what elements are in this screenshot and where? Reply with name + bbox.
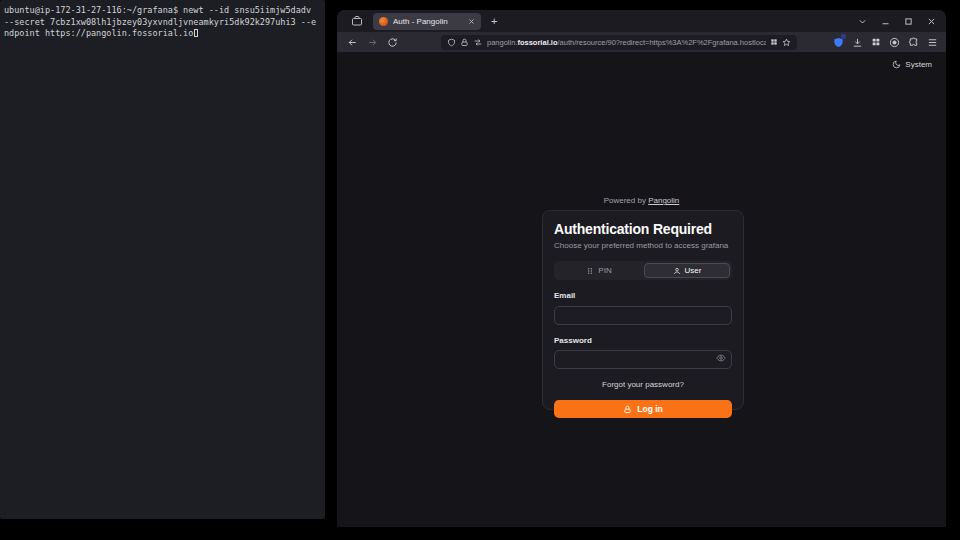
desktop: ubuntu@ip-172-31-27-116:~/grafana$ newt … <box>0 0 960 540</box>
page-content: System Powered by Pangolin Authenticatio… <box>337 52 946 527</box>
pangolin-favicon-icon <box>379 17 388 26</box>
card-title: Authentication Required <box>554 221 732 237</box>
email-field[interactable] <box>554 306 732 325</box>
new-tab-button[interactable]: + <box>491 15 497 27</box>
tab-user[interactable]: User <box>644 263 730 278</box>
window-close-icon[interactable] <box>927 17 936 26</box>
browser-window: Auth - Pangolin + <box>337 10 946 527</box>
user-icon <box>673 267 681 275</box>
maximize-icon[interactable] <box>904 17 913 26</box>
terminal-line: --secret 7cbz1xw08lh1jbzey03yxvndljvneam… <box>4 17 321 29</box>
tab-pin-label: PIN <box>598 266 611 275</box>
password-label: Password <box>554 336 732 345</box>
url-text[interactable]: pangolin.fossorial.io/auth/resource/90?r… <box>487 38 766 47</box>
browser-tab-bar: Auth - Pangolin + <box>337 10 946 32</box>
menu-hamburger-icon[interactable] <box>927 37 938 48</box>
pangolin-link[interactable]: Pangolin <box>648 196 679 205</box>
tab-user-label: User <box>685 266 702 275</box>
theme-toggle[interactable]: System <box>892 60 932 69</box>
url-domain: fossorial.io <box>517 38 557 47</box>
container-grid-icon[interactable] <box>770 38 778 46</box>
terminal-line: ndpoint https://pangolin.fossorial.io <box>4 28 321 40</box>
show-password-eye-icon[interactable] <box>716 353 726 363</box>
terminal-line: ubuntu@ip-172-31-27-116:~/grafana$ newt … <box>4 5 321 17</box>
tracking-protection-shield-icon[interactable] <box>447 38 456 47</box>
terminal-line-text: ndpoint https://pangolin.fossorial.io <box>4 28 193 38</box>
terminal-cursor <box>194 29 198 37</box>
privacy-extension-icon[interactable] <box>889 37 900 48</box>
powered-by: Powered by Pangolin <box>337 196 946 205</box>
lock-icon[interactable] <box>460 38 469 47</box>
card-subtitle: Choose your preferred method to access g… <box>554 241 732 250</box>
tab-title: Auth - Pangolin <box>393 17 463 26</box>
forward-icon[interactable] <box>367 37 378 48</box>
back-icon[interactable] <box>347 37 358 48</box>
list-all-tabs-icon[interactable] <box>858 17 867 26</box>
firefox-view-icon[interactable] <box>351 15 363 27</box>
password-field[interactable] <box>554 350 732 369</box>
url-subdomain: pangolin. <box>487 38 517 47</box>
ublock-badge <box>841 34 846 39</box>
url-bar[interactable]: pangolin.fossorial.io/auth/resource/90?r… <box>441 35 797 50</box>
reload-icon[interactable] <box>387 37 398 48</box>
login-button[interactable]: Log in <box>554 400 732 418</box>
downloads-icon[interactable] <box>852 37 863 48</box>
theme-label: System <box>905 60 932 69</box>
tab-pin[interactable]: PIN <box>556 263 642 278</box>
terminal-window[interactable]: ubuntu@ip-172-31-27-116:~/grafana$ newt … <box>0 0 325 519</box>
extensions-puzzle-icon[interactable] <box>908 37 919 48</box>
url-path: /auth/resource/90?redirect=https%3A%2F%2… <box>557 38 766 47</box>
tab-close-icon[interactable] <box>468 18 475 25</box>
permissions-icon[interactable] <box>473 38 483 47</box>
account-containers-icon[interactable] <box>871 37 881 47</box>
bookmark-star-icon[interactable] <box>782 38 791 47</box>
minimize-icon[interactable] <box>881 17 890 26</box>
moon-icon <box>892 60 901 69</box>
ublock-extension-icon[interactable] <box>833 36 844 48</box>
auth-method-tabs: PIN User <box>554 261 732 280</box>
browser-tab-auth-pangolin[interactable]: Auth - Pangolin <box>373 13 481 30</box>
login-lock-icon <box>623 405 632 414</box>
forgot-password-link[interactable]: Forgot your password? <box>554 380 732 389</box>
auth-card: Authentication Required Choose your pref… <box>542 210 744 410</box>
powered-by-text: Powered by <box>604 196 646 205</box>
keypad-icon <box>586 267 594 275</box>
browser-toolbar: pangolin.fossorial.io/auth/resource/90?r… <box>337 32 946 52</box>
login-button-label: Log in <box>637 404 663 414</box>
email-label: Email <box>554 291 732 300</box>
